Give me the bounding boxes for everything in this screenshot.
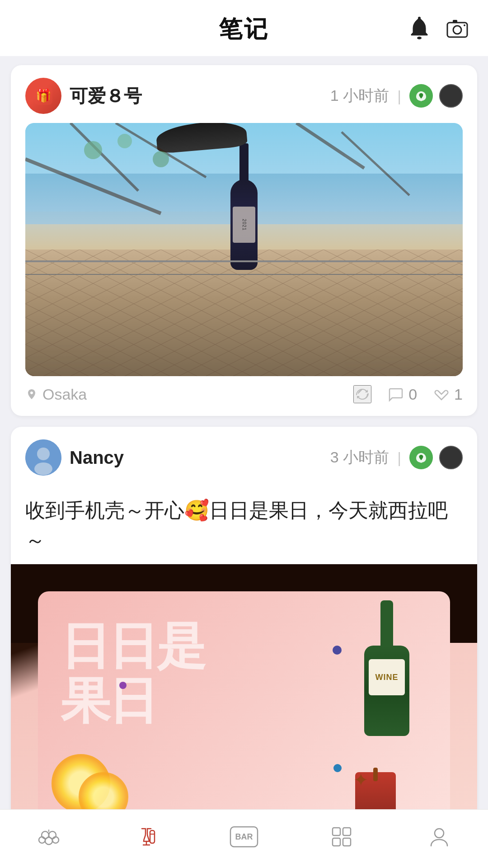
location-text-card1: Osaka: [42, 386, 87, 403]
green-action-icon-card2[interactable]: [409, 446, 433, 469]
bar-icon: BAR: [229, 825, 259, 849]
card2-user[interactable]: Nancy: [25, 439, 124, 476]
green-action-icon-card1[interactable]: [409, 84, 433, 108]
card1-meta: 1 小时前 |: [330, 84, 463, 108]
svg-point-5: [464, 24, 465, 26]
nav-item-profile[interactable]: [390, 825, 488, 849]
card1-footer: Osaka 0: [11, 376, 477, 416]
card2-action-icons: [409, 446, 463, 469]
app-header: 笔记: [0, 0, 488, 56]
card2-scene: 日日是果日 WINE: [11, 564, 477, 844]
card1-header: 🎁 可爱８号 1 小时前 |: [11, 65, 477, 123]
notification-button[interactable]: [407, 15, 432, 41]
svg-rect-30: [150, 830, 155, 843]
time-card1: 1 小时前: [330, 85, 389, 106]
grape-icon: [37, 825, 61, 849]
svg-point-0: [417, 37, 422, 39]
svg-line-13: [116, 123, 206, 177]
card2-text: 收到手机壳～开心🥰日日是果日，今天就西拉吧～: [11, 485, 477, 564]
refresh-button-card1[interactable]: [353, 385, 371, 403]
svg-rect-36: [333, 838, 340, 846]
time-card2: 3 小时前: [330, 447, 389, 468]
comment-count-card1[interactable]: 0: [388, 386, 417, 403]
card1-image: 2021: [25, 123, 463, 376]
dark-action-icon-card1[interactable]: [439, 84, 463, 108]
svg-point-26: [52, 837, 59, 843]
like-number-card1: 1: [454, 386, 463, 403]
post-card-1: 🎁 可爱８号 1 小时前 |: [11, 65, 477, 416]
card2-header: Nancy 3 小时前 |: [11, 427, 477, 485]
svg-point-24: [45, 837, 52, 844]
svg-rect-37: [343, 838, 351, 846]
feed-container: 🎁 可爱８号 1 小时前 |: [0, 56, 488, 868]
card2-image: 日日是果日 WINE: [11, 564, 477, 844]
svg-point-25: [39, 837, 45, 843]
card1-location: Osaka: [25, 386, 87, 403]
svg-text:BAR: BAR: [235, 832, 253, 841]
svg-point-16: [84, 141, 102, 159]
comment-number-card1: 0: [408, 386, 417, 403]
post-card-2: Nancy 3 小时前 | 收到手机壳～开心🥰日日是果日，今天就西拉吧～: [11, 427, 477, 868]
svg-rect-4: [453, 20, 457, 23]
svg-point-21: [34, 462, 52, 475]
wine-icon: [135, 825, 158, 849]
nav-item-wine[interactable]: [98, 825, 195, 849]
card1-user[interactable]: 🎁 可爱８号: [25, 78, 142, 114]
avatar-card1: 🎁: [25, 78, 61, 114]
svg-point-3: [453, 26, 461, 34]
nav-item-bar[interactable]: BAR: [195, 825, 293, 849]
svg-line-15: [342, 132, 409, 195]
svg-point-1: [418, 17, 421, 19]
camera-button[interactable]: [445, 15, 470, 41]
header-actions: [407, 15, 470, 41]
card2-meta: 3 小时前 |: [330, 446, 463, 469]
svg-point-17: [117, 134, 132, 148]
svg-text:🎁: 🎁: [36, 88, 52, 103]
bottom-navigation: BAR: [0, 809, 488, 868]
svg-line-11: [25, 159, 161, 213]
card1-footer-actions: 0 1: [353, 385, 463, 403]
separator-card1: |: [397, 87, 401, 105]
svg-rect-35: [343, 828, 351, 835]
svg-point-18: [153, 151, 169, 167]
avatar-card2: [25, 439, 61, 476]
svg-rect-34: [333, 828, 340, 835]
nav-item-discover[interactable]: [0, 825, 98, 849]
person-icon: [427, 825, 451, 849]
dark-action-icon-card2[interactable]: [439, 446, 463, 469]
svg-point-20: [37, 448, 50, 460]
username-card1: 可爱８号: [70, 84, 142, 108]
username-card2: Nancy: [70, 448, 124, 468]
like-count-card1[interactable]: 1: [433, 386, 463, 403]
grid-icon: [330, 825, 353, 849]
page-title: 笔记: [219, 14, 269, 45]
card1-action-icons: [409, 84, 463, 108]
svg-line-14: [296, 123, 364, 168]
separator-card2: |: [397, 449, 401, 467]
card1-scene: 2021: [25, 123, 463, 376]
nav-item-grid[interactable]: [293, 825, 390, 849]
svg-point-38: [435, 829, 444, 838]
